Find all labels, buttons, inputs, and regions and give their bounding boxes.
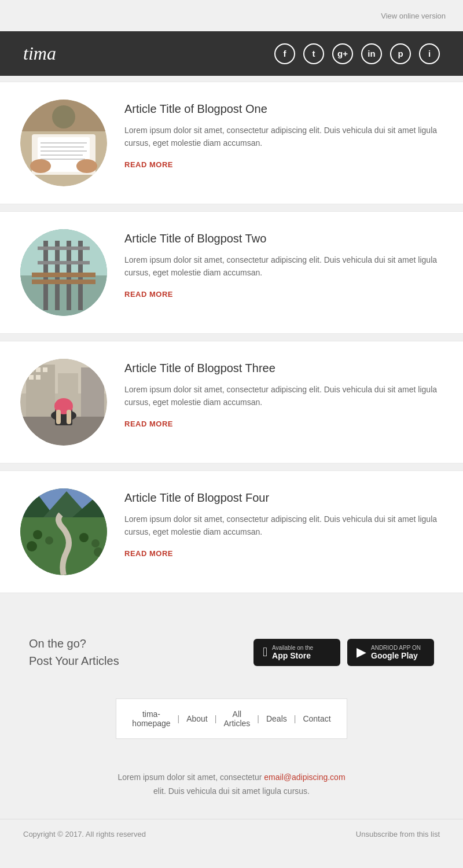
google-play-icon: ▶ (357, 645, 366, 660)
svg-point-52 (91, 539, 100, 547)
linkedin-icon[interactable]: in (361, 43, 382, 64)
logo: tima (23, 43, 56, 64)
post-4-title: Article Title of Blogpost Four (124, 491, 443, 505)
post-2-read-more[interactable]: READ MORE (124, 290, 173, 299)
svg-point-53 (27, 541, 37, 551)
app-store-text: Available on the App Store (272, 645, 313, 660)
svg-rect-33 (43, 367, 47, 372)
footer-line1: Lorem ipsum dolor sit amet, consectetur … (12, 771, 451, 785)
footer-link-articles[interactable]: All Articles (216, 709, 257, 728)
svg-rect-31 (29, 367, 34, 372)
post-3-excerpt: Lorem ipsum dolor sit amet, consectetur … (124, 383, 443, 409)
post-1-title: Article Title of Blogpost One (124, 102, 443, 116)
svg-rect-15 (20, 229, 107, 275)
footer-text: Lorem ipsum dolor sit amet, consectetur … (0, 751, 463, 807)
app-text-line1: On the go? (29, 635, 119, 652)
svg-point-10 (76, 159, 97, 173)
svg-rect-22 (38, 261, 90, 264)
instagram-icon[interactable]: i (419, 43, 440, 64)
post-4-read-more[interactable]: READ MORE (124, 549, 173, 558)
apple-icon:  (263, 645, 267, 660)
app-text-line2: Post Your Articles (29, 652, 119, 670)
blog-post-4: Article Title of Blogpost Four Lorem ips… (0, 470, 463, 593)
pinterest-icon[interactable]: p (390, 43, 411, 64)
svg-rect-24 (32, 279, 95, 284)
app-store-button[interactable]:  Available on the App Store (253, 639, 340, 666)
svg-rect-34 (29, 375, 34, 380)
google-play-button[interactable]: ▶ ANDRIOD APP ON Google Play (347, 639, 434, 666)
facebook-icon[interactable]: f (274, 43, 295, 64)
copyright-text: Copyright © 2017. All rights reserved (23, 830, 146, 838)
svg-rect-40 (56, 410, 61, 424)
blog-posts-container: Article Title of Blogpost One Lorem ipsu… (0, 76, 463, 606)
app-store-small-text: Available on the (272, 645, 313, 651)
svg-point-49 (33, 530, 42, 539)
svg-rect-35 (36, 375, 41, 380)
post-4-image (20, 488, 107, 575)
footer-nav-wrapper: tima-homepage | About | All Articles | D… (0, 693, 463, 751)
footer-link-contact[interactable]: Contact (296, 714, 337, 723)
svg-rect-41 (67, 410, 71, 424)
app-promo-text: On the go? Post Your Articles (29, 635, 119, 670)
blog-post-2: Article Title of Blogpost Two Lorem ipsu… (0, 211, 463, 334)
social-icons-group: f t g+ in p i (274, 43, 440, 64)
footer-link-about[interactable]: About (179, 714, 215, 723)
svg-point-54 (94, 547, 103, 557)
post-1-excerpt: Lorem ipsum dolor sit amet, consectetur … (124, 124, 443, 150)
svg-rect-21 (38, 247, 90, 250)
post-1-read-more[interactable]: READ MORE (124, 160, 173, 169)
app-section: On the go? Post Your Articles  Availabl… (0, 612, 463, 693)
footer-text-line1: Lorem ipsum dolor sit amet, consectetur (117, 773, 262, 782)
svg-point-50 (45, 536, 53, 545)
google-play-small-text: ANDRIOD APP ON (371, 645, 421, 651)
google-plus-icon[interactable]: g+ (332, 43, 353, 64)
post-4-content: Article Title of Blogpost Four Lorem ips… (124, 488, 443, 558)
svg-rect-32 (36, 367, 41, 372)
google-play-big-text: Google Play (371, 651, 421, 660)
svg-point-12 (52, 105, 75, 128)
footer-email-link[interactable]: email@adipiscing.com (264, 773, 345, 782)
app-store-big-text: App Store (272, 651, 313, 660)
post-2-excerpt: Lorem ipsum dolor sit amet, consectetur … (124, 253, 443, 279)
footer-bottom: Copyright © 2017. All rights reserved Un… (0, 819, 463, 849)
google-play-text: ANDRIOD APP ON Google Play (371, 645, 421, 660)
post-2-title: Article Title of Blogpost Two (124, 232, 443, 245)
footer-nav: tima-homepage | About | All Articles | D… (116, 698, 347, 739)
post-1-content: Article Title of Blogpost One Lorem ipsu… (124, 100, 443, 170)
svg-point-9 (30, 159, 51, 173)
svg-point-51 (79, 533, 89, 542)
post-4-excerpt: Lorem ipsum dolor sit amet, consectetur … (124, 513, 443, 539)
app-buttons-group:  Available on the App Store ▶ ANDRIOD A… (253, 639, 434, 666)
footer-nav-links: tima-homepage | About | All Articles | D… (128, 709, 335, 728)
post-2-content: Article Title of Blogpost Two Lorem ipsu… (124, 229, 443, 299)
blog-post-3: Article Title of Blogpost Three Lorem ip… (0, 341, 463, 464)
post-3-read-more[interactable]: READ MORE (124, 420, 173, 428)
svg-rect-23 (32, 273, 95, 277)
unsubscribe-link[interactable]: Unsubscribe from this list (356, 830, 440, 838)
post-2-image (20, 229, 107, 316)
svg-rect-28 (26, 365, 55, 417)
post-3-title: Article Title of Blogpost Three (124, 362, 443, 375)
svg-rect-30 (81, 367, 104, 417)
blog-post-1: Article Title of Blogpost One Lorem ipsu… (0, 82, 463, 204)
post-1-image (20, 100, 107, 186)
header: tima f t g+ in p i (0, 31, 463, 76)
view-online-link[interactable]: View online version (381, 12, 446, 20)
footer-link-deals[interactable]: Deals (259, 714, 294, 723)
twitter-icon[interactable]: t (303, 43, 324, 64)
post-3-image (20, 359, 107, 446)
topbar: View online version (0, 0, 463, 31)
footer-link-homepage[interactable]: tima-homepage (125, 709, 177, 728)
post-3-content: Article Title of Blogpost Three Lorem ip… (124, 359, 443, 429)
footer-line2: elit. Duis vehicula dui sit amet ligula … (12, 785, 451, 799)
